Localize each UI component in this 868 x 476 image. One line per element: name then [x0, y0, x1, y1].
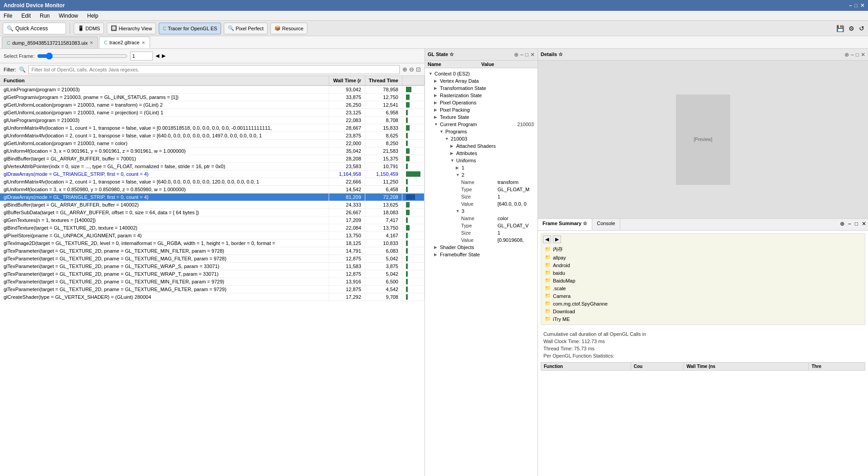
glstate-btn-close[interactable]: ✕ [530, 52, 535, 58]
tree-pixel-ops[interactable]: ▶ Pixel Operations [432, 99, 536, 106]
tree-uniform-3[interactable]: ▼ 3 [454, 207, 536, 215]
file-item[interactable]: 📁allpay [543, 254, 863, 261]
tree-raster-state[interactable]: ▶ Rasterization State [432, 92, 536, 99]
table-row[interactable]: glCreateShader(type = GL_VERTEX_SHADER) … [0, 293, 425, 301]
file-item[interactable]: 📁Camera [543, 292, 863, 300]
table-row[interactable]: glTexParameteri(target = GL_TEXTURE_2D, … [0, 286, 425, 293]
table-row[interactable]: glGetUniformLocation(program = 210003, n… [0, 101, 425, 109]
tree-transform-state[interactable]: ▶ Transformation State [432, 85, 536, 92]
table-row[interactable]: glTexImage2D(target = GL_TEXTURE_2D, lev… [0, 240, 425, 247]
glstate-btn-1[interactable]: ⊕ [514, 52, 519, 58]
file-item[interactable]: 📁BaiduMap [543, 277, 863, 284]
toolbar-icon-1[interactable]: 💾 [835, 24, 845, 33]
nav-next[interactable]: ▶ [553, 236, 561, 243]
pixel-perfect-btn[interactable]: 🔍 Pixel Perfect [224, 23, 268, 34]
table-row[interactable]: glBindTexture(target = GL_TEXTURE_2D, te… [0, 224, 425, 232]
table-row[interactable]: glTexParameteri(target = GL_TEXTURE_2D, … [0, 270, 425, 278]
file-item[interactable]: 📁com.mg.ctof.SpyGhanne [543, 300, 863, 307]
table-row[interactable]: glPixelStorei(pname = GL_UNPACK_ALIGNMEN… [0, 232, 425, 240]
table-row[interactable]: glTexParameteri(target = GL_TEXTURE_2D, … [0, 247, 425, 255]
tracer-btn[interactable]: C Tracer for OpenGL ES [159, 23, 221, 34]
tree-uniform-1[interactable]: ▶ 1 [454, 164, 536, 171]
hierarchy-view-btn[interactable]: 🔲 Hierarchy View [107, 23, 156, 34]
glstate-btn-min[interactable]: – [520, 52, 524, 58]
tree-program-210003[interactable]: ▼ 210003 [443, 135, 536, 142]
framesummary-btn-max[interactable]: □ [853, 219, 860, 230]
table-row[interactable]: glGetUniformLocation(program = 210003, n… [0, 109, 425, 117]
quick-access-search[interactable]: 🔍 Quick Access [3, 23, 66, 34]
table-row[interactable]: glVertexAttribPointer(indx = 0, size = .… [0, 163, 425, 170]
table-row[interactable]: glLinkProgram(program = 210003)93,04278,… [0, 85, 425, 94]
filter-btn-2[interactable]: ⊖ [409, 66, 414, 73]
menu-window[interactable]: Window [57, 12, 80, 20]
glstate-btn-max[interactable]: □ [525, 52, 528, 58]
file-item[interactable]: 📁内存 [543, 245, 863, 254]
table-row[interactable]: glDrawArrays(mode = GL_TRIANGLE_STRIP, f… [0, 170, 425, 178]
table-row[interactable]: glUniformMatrix4fv(location = 1, count =… [0, 124, 425, 132]
maximize-btn[interactable]: □ [854, 3, 858, 9]
details-btn-1[interactable]: ⊕ [844, 52, 849, 58]
table-row[interactable]: glTexParameteri(target = GL_TEXTURE_2D, … [0, 278, 425, 286]
file-item[interactable]: 📁iTry ME [543, 315, 863, 323]
menu-edit[interactable]: Edit [19, 12, 33, 20]
table-row[interactable]: glBindBuffer(target = GL_ARRAY_BUFFER, b… [0, 201, 425, 209]
table-row[interactable]: glBufferSubData(target = GL_ARRAY_BUFFER… [0, 209, 425, 217]
menu-run[interactable]: Run [38, 12, 52, 20]
tab-trace-close[interactable]: ✕ [142, 40, 145, 45]
tree-shader-objects[interactable]: ▶ Shader Objects [432, 244, 536, 251]
filter-input[interactable] [28, 65, 400, 74]
tree-attributes[interactable]: ▶ Attributes [448, 150, 536, 157]
table-row[interactable]: glBindBuffer(target = GL_ARRAY_BUFFER, b… [0, 155, 425, 163]
details-btn-close[interactable]: ✕ [861, 52, 865, 58]
file-item[interactable]: 📁Android [543, 261, 863, 269]
tree-context[interactable]: ▼ Context 0 (ES2) [427, 70, 536, 77]
tree-current-program[interactable]: ▼ Current Program 210003 [432, 121, 536, 128]
frame-nav-next[interactable]: ▶ [162, 53, 165, 59]
toolbar-icon-3[interactable]: ↺ [858, 24, 865, 33]
frame-nav-prev[interactable]: ◀ [156, 53, 159, 59]
framesummary-btn-close[interactable]: ✕ [860, 219, 868, 230]
minimize-btn[interactable]: – [849, 3, 852, 9]
table-row[interactable]: glUseProgram(program = 210003)22,0838,70… [0, 117, 425, 124]
details-btn-min[interactable]: – [851, 52, 854, 58]
tree-programs[interactable]: ▼ Programs [438, 128, 536, 135]
nav-prev[interactable]: ◀ [543, 236, 551, 243]
tree-uniform-2[interactable]: ▼ 2 [454, 171, 536, 179]
table-row[interactable]: glGenTextures(n = 1, textures = [140002]… [0, 217, 425, 224]
tree-texture-state[interactable]: ▶ Texture State [432, 113, 536, 121]
table-row[interactable]: glUniformMatrix4fv(location = 2, count =… [0, 178, 425, 186]
file-item[interactable]: 📁baidu [543, 269, 863, 277]
close-btn[interactable]: ✕ [860, 3, 864, 9]
table-row[interactable]: glTexParameteri(target = GL_TEXTURE_2D, … [0, 263, 425, 270]
resource-btn[interactable]: 📦 Resource [270, 23, 307, 34]
frame-slider[interactable] [37, 52, 127, 60]
table-row[interactable]: glDrawArrays(mode = GL_TRIANGLE_STRIP, f… [0, 193, 425, 201]
filter-btn-1[interactable]: ⊕ [402, 66, 407, 73]
file-item[interactable]: 📁.scale [543, 284, 863, 292]
tree-framebuffer-state[interactable]: ▶ Framebuffer State [432, 251, 536, 258]
table-row[interactable]: glUniformMatrix4fv(location = 2, count =… [0, 132, 425, 140]
table-row[interactable]: glUniform4f(location = 3, x = 0.850980, … [0, 186, 425, 193]
tree-attached-shaders[interactable]: ▶ Attached Shaders [448, 142, 536, 150]
tab-frame-summary[interactable]: Frame Summary ☆ [538, 219, 592, 230]
ddms-btn[interactable]: 📱 DDMS [74, 23, 104, 34]
framesummary-btn-min[interactable]: – [846, 219, 853, 230]
menu-file[interactable]: File [2, 12, 14, 20]
tree-uniforms[interactable]: ▼ Uniforms [448, 157, 536, 164]
file-item[interactable]: 📁Download [543, 307, 863, 315]
table-row[interactable]: glUniform4f(location = 3, x = 0.901961, … [0, 147, 425, 155]
menu-help[interactable]: Help [85, 12, 100, 20]
tab-console[interactable]: Console [592, 219, 620, 230]
table-row[interactable]: glTexParameteri(target = GL_TEXTURE_2D, … [0, 255, 425, 263]
tab-dump[interactable]: C dump_8594385137211581083.uix ✕ [2, 37, 98, 48]
tree-pixel-pack[interactable]: ▶ Pixel Packing [432, 106, 536, 113]
filter-btn-3[interactable]: ⊡ [416, 66, 421, 73]
tab-dump-close[interactable]: ✕ [90, 40, 93, 45]
table-row[interactable]: glGetUniformLocation(program = 210003, n… [0, 140, 425, 147]
table-row[interactable]: glGetProgramiv(program = 210003, pname =… [0, 94, 425, 101]
tab-trace[interactable]: C trace2.gltrace ✕ [99, 37, 150, 48]
framesummary-btn-1[interactable]: ⊕ [838, 219, 846, 230]
tree-vertex-array[interactable]: ▶ Vertex Array Data [432, 77, 536, 85]
toolbar-icon-2[interactable]: ⚙ [848, 24, 855, 33]
frame-input[interactable] [130, 52, 153, 61]
